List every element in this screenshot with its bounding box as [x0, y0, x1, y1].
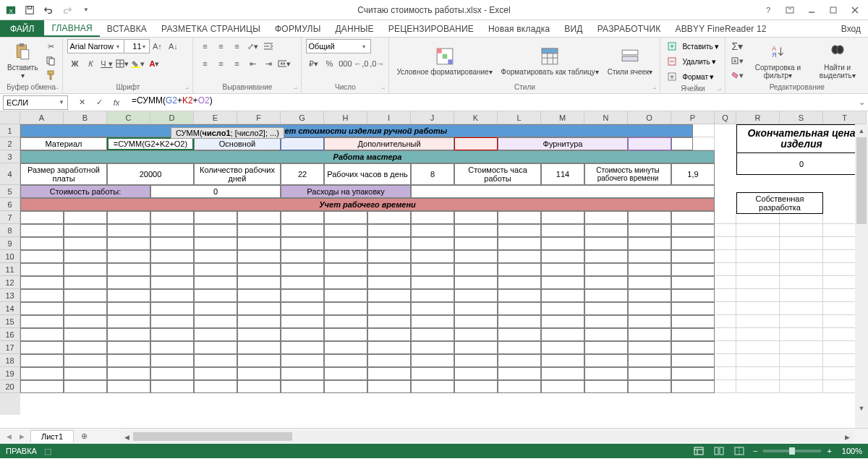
- decrease-font-icon[interactable]: A↓: [166, 39, 180, 53]
- cell[interactable]: [237, 341, 281, 354]
- tab-data[interactable]: ДАННЫЕ: [328, 20, 380, 37]
- cell[interactable]: [823, 315, 855, 328]
- cell[interactable]: [671, 137, 693, 150]
- col-header[interactable]: S: [780, 111, 823, 124]
- row-header[interactable]: 7: [0, 211, 20, 224]
- cell[interactable]: [107, 276, 150, 289]
- cell[interactable]: [628, 250, 671, 263]
- cell[interactable]: [20, 224, 64, 237]
- cell[interactable]: [237, 302, 281, 315]
- col-header[interactable]: O: [628, 111, 671, 124]
- cell[interactable]: [64, 263, 107, 276]
- cell[interactable]: [20, 315, 64, 328]
- conditional-formatting-button[interactable]: Условное форматирование▾: [393, 45, 495, 77]
- align-right-icon[interactable]: ≡: [229, 56, 244, 71]
- cell[interactable]: [628, 302, 671, 315]
- tab-new[interactable]: Новая вкладка: [481, 20, 557, 37]
- cell[interactable]: [454, 224, 498, 237]
- cell[interactable]: [628, 367, 671, 380]
- cell[interactable]: [671, 211, 715, 224]
- col-header[interactable]: B: [64, 111, 107, 124]
- copy-icon[interactable]: [43, 54, 58, 67]
- cell[interactable]: Размер заработной платы: [20, 163, 107, 185]
- cell[interactable]: [194, 276, 237, 289]
- cell[interactable]: [736, 367, 780, 380]
- cell[interactable]: [584, 328, 628, 341]
- cell[interactable]: [780, 276, 823, 289]
- cell[interactable]: [628, 380, 671, 393]
- cell[interactable]: [780, 341, 823, 354]
- redo-icon[interactable]: [59, 2, 75, 18]
- cell[interactable]: [736, 237, 780, 250]
- cell[interactable]: [64, 315, 107, 328]
- cell[interactable]: [150, 328, 194, 341]
- cell[interactable]: [823, 276, 855, 289]
- col-header[interactable]: E: [194, 111, 237, 124]
- cell[interactable]: [367, 263, 411, 276]
- add-sheet-icon[interactable]: ⊕: [77, 429, 91, 444]
- cell[interactable]: [498, 341, 541, 354]
- cell[interactable]: [628, 276, 671, 289]
- cell[interactable]: [454, 289, 498, 302]
- cell[interactable]: [823, 250, 855, 263]
- percent-icon[interactable]: %: [322, 56, 336, 71]
- cell[interactable]: [150, 276, 194, 289]
- align-bottom-icon[interactable]: ≡: [229, 39, 244, 53]
- autosum-icon[interactable]: Σ▾: [730, 40, 744, 53]
- cell[interactable]: [64, 380, 107, 393]
- cell[interactable]: Основной: [194, 137, 281, 150]
- cell[interactable]: Материал: [20, 137, 107, 150]
- cell[interactable]: [107, 289, 150, 302]
- cell[interactable]: [237, 315, 281, 328]
- paste-button[interactable]: Вставить▾: [4, 40, 41, 81]
- row-header[interactable]: 3: [0, 150, 20, 163]
- cell[interactable]: [324, 354, 367, 367]
- cell[interactable]: [671, 224, 715, 237]
- cell[interactable]: [64, 224, 107, 237]
- cell[interactable]: [628, 263, 671, 276]
- cell-styles-button[interactable]: Стили ячеек▾: [605, 45, 656, 77]
- format-cells-icon[interactable]: [665, 69, 679, 84]
- cell[interactable]: [64, 211, 107, 224]
- cell[interactable]: [584, 250, 628, 263]
- cell[interactable]: [411, 367, 454, 380]
- orientation-icon[interactable]: ⤢▾: [245, 39, 260, 53]
- cell[interactable]: [411, 211, 454, 224]
- cell[interactable]: [367, 302, 411, 315]
- bold-icon[interactable]: Ж: [67, 56, 82, 71]
- cell[interactable]: [780, 302, 823, 315]
- cell[interactable]: [20, 211, 64, 224]
- cell[interactable]: [736, 380, 780, 393]
- cell[interactable]: [823, 289, 855, 302]
- cell[interactable]: [498, 211, 541, 224]
- cell[interactable]: [628, 328, 671, 341]
- cell[interactable]: [541, 302, 584, 315]
- number-format-select[interactable]: [306, 39, 371, 53]
- cell[interactable]: [237, 263, 281, 276]
- save-icon[interactable]: [22, 2, 38, 18]
- cell[interactable]: [628, 354, 671, 367]
- cell[interactable]: [281, 263, 324, 276]
- cell[interactable]: Учет рабочего времени: [20, 198, 715, 211]
- cell[interactable]: [411, 276, 454, 289]
- tab-abbyy[interactable]: ABBYY FineReader 12: [668, 20, 773, 37]
- cell[interactable]: [823, 367, 855, 380]
- tab-home[interactable]: ГЛАВНАЯ: [44, 20, 99, 37]
- cell[interactable]: [454, 302, 498, 315]
- cell[interactable]: [107, 380, 150, 393]
- cell[interactable]: [628, 137, 671, 150]
- cell[interactable]: [237, 289, 281, 302]
- cell[interactable]: [671, 237, 715, 250]
- cell[interactable]: [194, 367, 237, 380]
- scroll-down-icon[interactable]: ▼: [855, 402, 868, 415]
- cell[interactable]: [411, 328, 454, 341]
- cell[interactable]: [736, 328, 780, 341]
- cell[interactable]: [628, 315, 671, 328]
- cell[interactable]: [628, 289, 671, 302]
- cell[interactable]: [324, 211, 367, 224]
- cell[interactable]: [281, 380, 324, 393]
- cell[interactable]: [671, 380, 715, 393]
- cell[interactable]: [454, 263, 498, 276]
- cell[interactable]: [715, 263, 736, 276]
- cell[interactable]: [324, 276, 367, 289]
